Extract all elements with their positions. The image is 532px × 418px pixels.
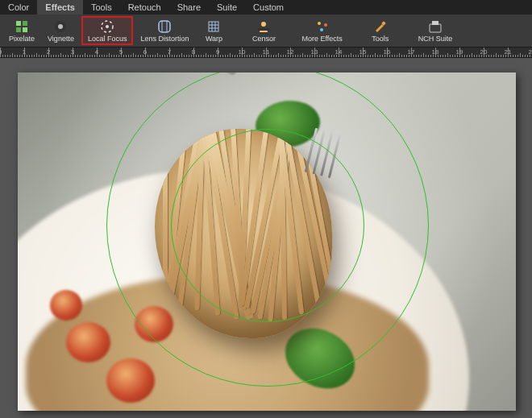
more-effects-icon — [315, 19, 330, 34]
photo-tomato — [66, 322, 110, 362]
tool-label: Vignette — [48, 35, 74, 43]
svg-rect-23 — [432, 21, 438, 25]
vignette-button[interactable]: Vignette — [42, 16, 80, 45]
ruler-label: 5 — [119, 48, 123, 56]
lens-distortion-icon — [157, 19, 172, 34]
svg-rect-17 — [258, 28, 269, 31]
photo-canvas[interactable] — [18, 72, 516, 411]
svg-point-16 — [261, 22, 266, 27]
svg-rect-0 — [16, 21, 21, 26]
photo-tomato — [135, 306, 173, 342]
tool-label: Warp — [206, 35, 222, 43]
svg-rect-3 — [23, 27, 27, 32]
svg-point-19 — [324, 23, 327, 27]
menu-suite[interactable]: Suite — [209, 0, 245, 14]
ruler-label: 7 — [168, 48, 171, 56]
ruler-label: 1 — [23, 48, 26, 56]
ruler-label: 8 — [192, 48, 195, 56]
tool-label: NCH Suite — [418, 35, 453, 43]
ruler-label: 0 — [0, 48, 2, 56]
tool-label: Pixelate — [9, 35, 35, 43]
ruler-label: 2 — [47, 48, 50, 56]
tool-label: Tools — [372, 35, 389, 43]
svg-point-20 — [320, 28, 323, 31]
lens-distortion-button[interactable]: Lens Distortion — [135, 16, 194, 45]
svg-point-18 — [318, 22, 321, 25]
vignette-icon — [53, 19, 68, 34]
warp-icon — [206, 19, 221, 34]
tool-label: Lens Distortion — [140, 35, 189, 43]
nch-suite-icon — [428, 19, 443, 34]
ruler-label: 4 — [95, 48, 98, 56]
tools-icon — [373, 19, 388, 34]
svg-rect-1 — [23, 21, 27, 26]
photo-tomato — [106, 358, 155, 403]
menu-custom[interactable]: Custom — [245, 0, 292, 14]
menu-tools[interactable]: Tools — [83, 0, 120, 14]
menu-share[interactable]: Share — [169, 0, 209, 14]
pixelate-icon — [15, 19, 29, 34]
menu-retouch[interactable]: Retouch — [120, 0, 169, 14]
tool-label: More Effects — [301, 35, 342, 43]
horizontal-ruler: 012345678910111213141516171819202122 — [0, 47, 532, 58]
menu-effects[interactable]: Effects — [37, 0, 83, 14]
ruler-label: 6 — [143, 48, 147, 56]
more-effects-button[interactable]: More Effects — [296, 16, 347, 45]
menu-bar: ColorEffectsToolsRetouchShareSuiteCustom — [0, 0, 532, 14]
svg-rect-22 — [430, 24, 441, 32]
svg-point-5 — [58, 24, 63, 29]
photo-tomato — [50, 290, 82, 321]
menu-color[interactable]: Color — [0, 0, 37, 14]
local-focus-button[interactable]: Local Focus — [81, 16, 134, 45]
censor-icon — [256, 19, 271, 34]
ruler-label: 3 — [71, 48, 74, 56]
canvas-area — [0, 58, 532, 418]
pixelate-button[interactable]: Pixelate — [3, 16, 40, 45]
nch-suite-button[interactable]: NCH Suite — [413, 16, 459, 45]
tool-label: Censor — [252, 35, 276, 43]
warp-button[interactable]: Warp — [196, 16, 231, 45]
ruler-label: 22 — [529, 48, 532, 56]
ruler-label: 9 — [216, 48, 219, 56]
local-focus-icon — [100, 19, 114, 34]
svg-rect-2 — [16, 27, 21, 32]
effects-toolbar: PixelateVignetteLocal FocusLens Distorti… — [0, 14, 532, 47]
tools-button[interactable]: Tools — [363, 16, 398, 45]
tool-label: Local Focus — [88, 35, 127, 43]
svg-rect-8 — [159, 21, 170, 32]
svg-point-7 — [106, 25, 109, 28]
censor-button[interactable]: Censor — [246, 16, 281, 45]
svg-rect-11 — [209, 22, 218, 31]
